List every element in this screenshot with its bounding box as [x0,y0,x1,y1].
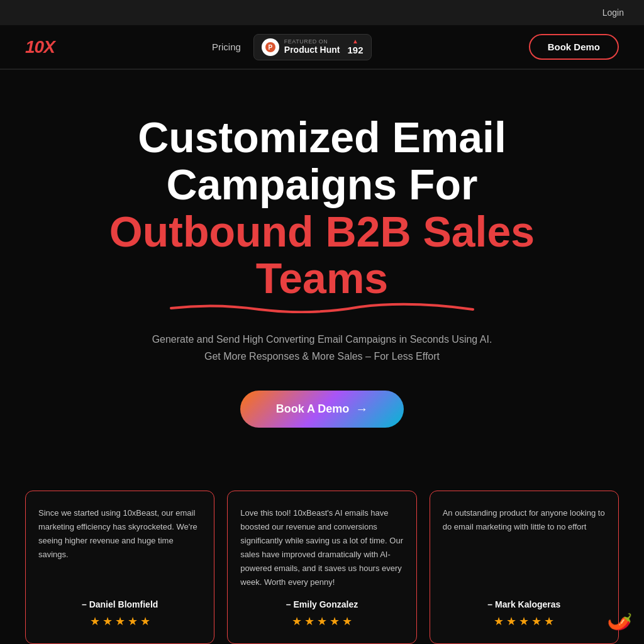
testimonial-text-3: An outstanding product for anyone lookin… [443,506,606,590]
star-4: ★ [128,614,138,628]
cta-wrapper: Book A Demo → [38,391,606,428]
star-3: ★ [317,614,327,628]
star-4: ★ [531,614,541,628]
testimonial-card-2: Love this tool! 10xBeast's AI emails hav… [227,491,416,644]
product-hunt-badge[interactable]: FEATURED ON Product Hunt ▲ 192 [253,34,372,60]
hero-title-red: Outbound B2B Sales Teams [38,208,606,303]
hero-subtitle-line2: Get More Responses & More Sales – For Le… [38,348,606,365]
ph-count-block: ▲ 192 [347,38,363,55]
testimonial-stars-3: ★ ★ ★ ★ ★ [443,614,606,628]
hero-title-line1: Customized Email [38,114,606,161]
star-2: ★ [103,614,113,628]
star-5: ★ [140,614,150,628]
testimonial-text-2: Love this tool! 10xBeast's AI emails hav… [240,506,403,590]
testimonial-text-1: Since we started using 10xBeast, our ema… [38,506,201,590]
testimonial-author-3: – Mark Kalogeras [443,599,606,609]
ph-text-block: FEATURED ON Product Hunt [284,39,340,55]
ph-featured-label: FEATURED ON [284,39,340,45]
ph-product-hunt-name: Product Hunt [284,45,340,55]
login-link[interactable]: Login [602,8,624,18]
ph-upvote-arrow: ▲ [352,38,358,45]
pricing-link[interactable]: Pricing [212,42,241,52]
star-1: ★ [494,614,504,628]
testimonial-card-3: An outstanding product for anyone lookin… [430,491,619,644]
hero-subtitle: Generate and Send High Converting Email … [38,331,606,365]
star-3: ★ [115,614,125,628]
star-2: ★ [304,614,314,628]
testimonial-stars-1: ★ ★ ★ ★ ★ [38,614,201,628]
star-1: ★ [292,614,302,628]
star-2: ★ [506,614,516,628]
testimonial-card-1: Since we started using 10xBeast, our ema… [25,491,214,644]
cta-arrow-icon: → [355,402,368,416]
star-1: ★ [90,614,100,628]
logo[interactable]: 10X [25,37,55,57]
hero-section: Customized Email Campaigns For Outbound … [0,70,644,459]
star-5: ★ [544,614,554,628]
testimonial-stars-2: ★ ★ ★ ★ ★ [240,614,403,628]
star-3: ★ [519,614,529,628]
book-demo-cta-button[interactable]: Book A Demo → [240,391,404,428]
hero-subtitle-line1: Generate and Send High Converting Email … [38,331,606,348]
product-hunt-logo [262,38,279,56]
ph-logo-circle [265,42,275,52]
star-4: ★ [330,614,340,628]
hero-title-line2: Campaigns For [38,161,606,208]
testimonials-section: Since we started using 10xBeast, our ema… [0,459,644,644]
top-bar: Login [0,0,644,25]
testimonial-author-1: – Daniel Blomfield [38,599,201,609]
testimonial-author-2: – Emily Gonzalez [240,599,403,609]
navbar: 10X Pricing FEATURED ON Product Hunt ▲ 1… [0,25,644,69]
cta-label: Book A Demo [276,402,350,416]
nav-center: Pricing FEATURED ON Product Hunt ▲ 192 [212,34,372,60]
red-underline-decoration [165,301,479,313]
star-5: ★ [342,614,352,628]
ph-vote-count: 192 [347,45,363,55]
book-demo-button[interactable]: Book Demo [529,34,619,60]
